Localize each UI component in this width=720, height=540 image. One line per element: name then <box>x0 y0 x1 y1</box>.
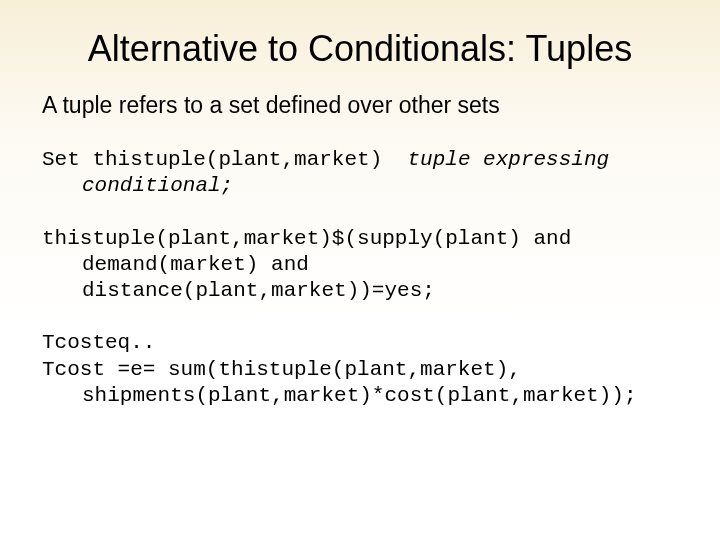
code-line: shipments(plant,market)*cost(plant,marke… <box>42 383 678 409</box>
code-block-1: Set thistuple(plant,market) tuple expres… <box>42 147 678 200</box>
code-line: demand(market) and <box>42 252 678 278</box>
code-block-2: thistuple(plant,market)$(supply(plant) a… <box>42 226 678 305</box>
code-comment: conditional; <box>42 173 678 199</box>
slide-title: Alternative to Conditionals: Tuples <box>42 28 678 70</box>
code-comment: tuple expressing <box>407 148 609 171</box>
slide: Alternative to Conditionals: Tuples A tu… <box>0 0 720 540</box>
code-line: distance(plant,market))=yes; <box>42 278 678 304</box>
code-line: Tcosteq.. <box>42 331 155 354</box>
code-block-3: Tcosteq.. Tcost =e= sum(thistuple(plant,… <box>42 330 678 409</box>
slide-subtitle: A tuple refers to a set defined over oth… <box>42 92 678 119</box>
code-line: Set thistuple(plant,market) <box>42 148 407 171</box>
code-line: thistuple(plant,market)$(supply(plant) a… <box>42 227 571 250</box>
code-line: Tcost =e= sum(thistuple(plant,market), <box>42 358 521 381</box>
